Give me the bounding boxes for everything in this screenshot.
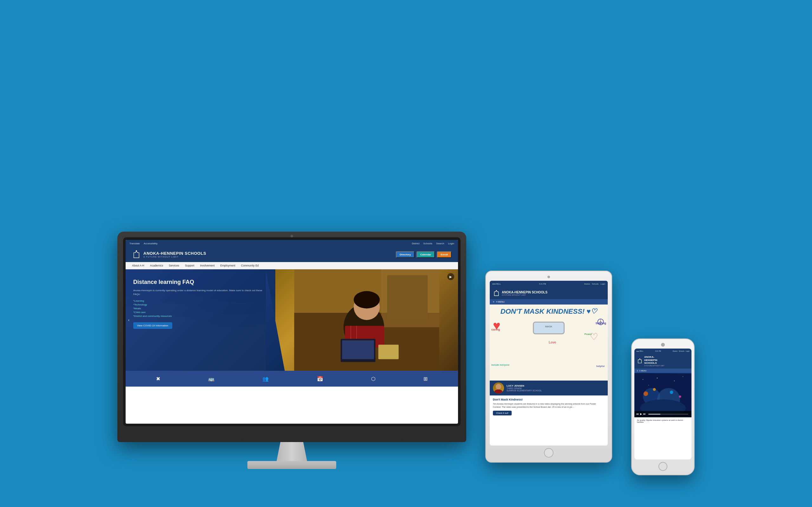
covid-info-button[interactable]: View COVID-19 Information	[133, 322, 172, 329]
word-caring: caring	[491, 328, 500, 331]
svg-rect-4	[387, 275, 427, 321]
svg-point-24	[648, 385, 649, 385]
phone-logo-icon	[637, 358, 643, 364]
site-topbar: Translate Accessibility District Schools…	[125, 240, 458, 247]
tablet-schools-link[interactable]: Schools	[592, 283, 599, 285]
tablet-header: ANOKA-HENNEPIN SCHOOLS A FUTURE WITHOUT …	[490, 287, 608, 299]
tablet-article-title: Don't Mask Kindness!	[493, 398, 605, 401]
svg-point-18	[640, 359, 640, 359]
grid-icon: ⊞	[423, 376, 427, 382]
check-it-out-button[interactable]: Check it out!	[493, 411, 512, 415]
svg-point-29	[653, 388, 656, 391]
tablet-logo-text: ANOKA-HENNEPIN SCHOOLS A FUTURE WITHOUT …	[502, 291, 548, 296]
tablet-home-button[interactable]	[544, 448, 554, 458]
word-love: Love	[549, 341, 556, 344]
network-icon: ⬡	[371, 376, 375, 382]
phone-screen: ●●● BELL 4:21 PM District Schools Login	[635, 349, 692, 459]
login-link[interactable]: Login	[448, 242, 454, 245]
tablet-logo: ANOKA-HENNEPIN SCHOOLS A FUTURE WITHOUT …	[493, 290, 605, 297]
hero-image-panel: ▶	[275, 269, 458, 371]
phone-login-link[interactable]: Login	[686, 350, 690, 352]
header-buttons: Directory Calendar Enroll	[396, 251, 452, 258]
enroll-button[interactable]: Enroll	[437, 251, 452, 258]
hero-bullet-list: *Learning *Technology *Meals *Child care…	[133, 299, 268, 318]
search-link[interactable]: Search	[436, 242, 444, 245]
tablet-district-link[interactable]: District	[584, 283, 590, 285]
phone-school-name: ANOKA-HENNEPINSCHOOLS	[644, 355, 664, 365]
phone-schools-link[interactable]: Schools	[679, 350, 684, 352]
student-photo: ▶	[275, 269, 458, 371]
svg-point-28	[644, 391, 648, 396]
school-name: ANOKA-HENNEPIN SCHOOLS	[143, 251, 206, 256]
dont-mask-text: DON'T MASK KINDNESS! ♥♡	[490, 304, 608, 315]
calendar-button[interactable]: Calendar	[416, 251, 435, 258]
person-avatar	[493, 383, 504, 394]
directory-button[interactable]: Directory	[396, 251, 415, 258]
phone-article-caption: Air quality: Bipolar ionization systems …	[637, 419, 689, 423]
phone-outer: ●●● BELL 4:21 PM District Schools Login	[631, 338, 695, 475]
tablet-drawing-area: ♥ ♡ ☮ MASK caring Sharing Peace Love hel…	[490, 315, 608, 369]
quicklink-network[interactable]: ⬡	[371, 376, 375, 382]
imac-camera	[291, 235, 293, 237]
svg-point-15	[496, 290, 497, 291]
schools-link[interactable]: Schools	[423, 242, 432, 245]
svg-rect-13	[342, 340, 374, 359]
phone-video-controls[interactable]: ⏮ ▶ ⏭	[635, 411, 692, 417]
school-logo-icon	[132, 250, 141, 259]
word-sharing: Sharing	[595, 322, 606, 325]
person-info: LUCY JENSEN THIRD GRADE SUNRISE ELEMENTA…	[507, 384, 542, 392]
nav-academics[interactable]: Academics	[150, 264, 163, 267]
site-quicklinks: ✖ 🚌 👥 📅 ⬡	[125, 371, 458, 387]
main-scene: Translate Accessibility District Schools…	[57, 32, 755, 475]
nav-employment[interactable]: Employment	[220, 264, 235, 267]
phone-topbar: ●●● BELL 4:21 PM District Schools Login	[635, 349, 692, 354]
svg-point-0	[136, 250, 137, 251]
site-hero: ‹ Distance learning FAQ Anoka-He	[125, 269, 458, 371]
quicklink-calendar[interactable]: 📅	[317, 376, 323, 382]
nav-community-ed[interactable]: Community Ed	[241, 264, 259, 267]
tablet-school-name: ANOKA-HENNEPIN SCHOOLS	[502, 291, 548, 294]
word-helpful: helpful	[596, 365, 605, 368]
phone-article-text: Air quality: Bipolar ionization systems …	[635, 417, 692, 425]
quicklink-tools[interactable]: ✖	[156, 376, 160, 382]
hero-prev-arrow[interactable]: ‹	[125, 314, 132, 326]
tablet-topbar: ●●● BELL 4:21 PM District Schools Login	[490, 281, 608, 287]
svg-point-7	[354, 291, 380, 308]
phone-menu-label: ≡ MENU	[640, 370, 647, 372]
svg-point-31	[679, 395, 681, 398]
wrench-icon: ✖	[156, 376, 160, 382]
phone-signal: ●●● BELL	[636, 350, 644, 352]
mask-illustration: MASK	[533, 322, 565, 334]
nav-involvement[interactable]: Involvement	[200, 264, 215, 267]
district-link[interactable]: District	[412, 242, 419, 245]
translate-link[interactable]: Translate	[130, 242, 140, 245]
imac-stand-neck	[273, 442, 311, 461]
svg-point-20	[643, 379, 643, 380]
word-peace: Peace	[585, 333, 592, 336]
quicklink-bus[interactable]: 🚌	[208, 376, 214, 382]
bullet-meals: *Meals	[133, 307, 268, 310]
menu-label: ≡ MENU	[496, 301, 505, 303]
bullet-learning: *Learning	[133, 299, 268, 302]
svg-point-17	[494, 389, 502, 394]
phone-district-link[interactable]: District	[673, 350, 677, 352]
svg-point-21	[657, 377, 658, 378]
quicklink-grid[interactable]: ⊞	[423, 376, 427, 382]
phone-time: 4:21 PM	[655, 350, 661, 352]
quicklink-community[interactable]: 👥	[262, 376, 269, 382]
nav-support[interactable]: Support	[185, 264, 194, 267]
svg-point-16	[496, 384, 502, 389]
svg-point-23	[682, 376, 683, 377]
accessibility-link[interactable]: Accessibility	[144, 242, 158, 245]
nav-services[interactable]: Services	[169, 264, 179, 267]
phone-menu-bar[interactable]: ≡ ≡ MENU	[635, 369, 692, 373]
hero-title: Distance learning FAQ	[133, 279, 268, 285]
tablet-login-link[interactable]: Login	[600, 283, 605, 285]
nav-about[interactable]: About A-H	[132, 264, 144, 267]
video-play-button[interactable]: ▶	[447, 273, 454, 280]
tablet-outer: ●●● BELL 4:21 PM District Schools Login	[485, 271, 612, 463]
phone-logo-text: ANOKA-HENNEPINSCHOOLS A FUTURE WITHOUT L…	[644, 355, 664, 367]
phone-header: ANOKA-HENNEPINSCHOOLS A FUTURE WITHOUT L…	[635, 354, 692, 369]
tablet-menu-bar[interactable]: ≡ ≡ MENU	[490, 299, 608, 304]
phone-home-button[interactable]	[658, 462, 667, 471]
